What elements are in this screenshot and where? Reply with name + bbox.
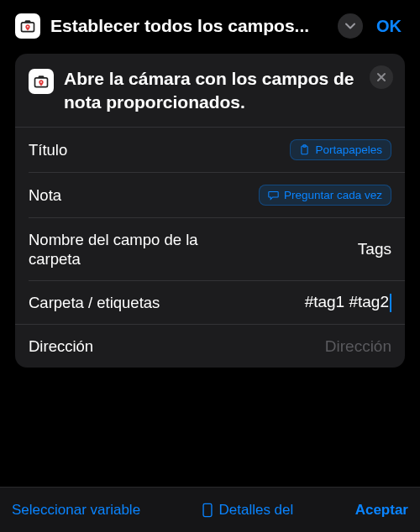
chevron-down-icon [345, 23, 355, 29]
close-icon [376, 72, 386, 82]
chip-label: Preguntar cada vez [284, 189, 382, 201]
row-note[interactable]: Nota Preguntar cada vez [15, 173, 405, 217]
message-icon [268, 190, 279, 201]
card-header: Abre la cámara con los campos de nota pr… [15, 54, 405, 127]
keyboard-toolbar: Seleccionar variable Detalles del Acepta… [0, 487, 420, 532]
close-button[interactable] [370, 65, 393, 89]
row-label: Dirección [29, 336, 93, 356]
svg-point-3 [40, 81, 42, 83]
svg-rect-6 [204, 503, 213, 516]
row-folder-tags[interactable]: Carpeta / etiquetas #tag1 #tag2 [15, 281, 405, 324]
ok-button[interactable]: OK [373, 17, 405, 36]
clipboard-chip[interactable]: Portapapeles [290, 139, 391, 160]
accept-button[interactable]: Aceptar [355, 502, 408, 519]
app-icon [15, 13, 40, 39]
row-folder-field-name[interactable]: Nombre del campo de la carpeta Tags [15, 218, 405, 280]
row-value: Tags [358, 240, 391, 258]
card-description: Abre la cámara con los campos de nota pr… [64, 67, 391, 115]
chip-label: Portapapeles [315, 143, 382, 156]
row-address[interactable]: Dirección Dirección [15, 325, 405, 368]
action-card: Abre la cámara con los campos de nota pr… [15, 54, 405, 368]
expand-button[interactable] [338, 13, 363, 39]
row-label: Nombre del campo de la carpeta [29, 230, 222, 269]
row-label: Título [29, 140, 67, 159]
shortcut-details-button[interactable]: Detalles del [155, 502, 340, 519]
details-label: Detalles del [218, 502, 293, 519]
svg-point-1 [27, 26, 29, 28]
phone-icon [202, 503, 213, 518]
ask-each-time-chip[interactable]: Preguntar cada vez [259, 185, 391, 206]
row-label: Nota [29, 185, 61, 205]
row-placeholder: Dirección [325, 337, 391, 356]
row-label: Carpeta / etiquetas [29, 293, 160, 312]
window-header: Establecer todos los campos... OK [0, 0, 420, 54]
clipboard-icon [299, 144, 310, 155]
select-variable-button[interactable]: Seleccionar variable [12, 502, 140, 519]
header-title: Establecer todos los campos... [50, 16, 328, 36]
row-value[interactable]: #tag1 #tag2 [305, 293, 391, 312]
app-icon [29, 69, 54, 94]
camera-pin-icon [19, 18, 36, 34]
row-title[interactable]: Título Portapapeles [15, 128, 405, 172]
camera-pin-icon [33, 73, 50, 90]
